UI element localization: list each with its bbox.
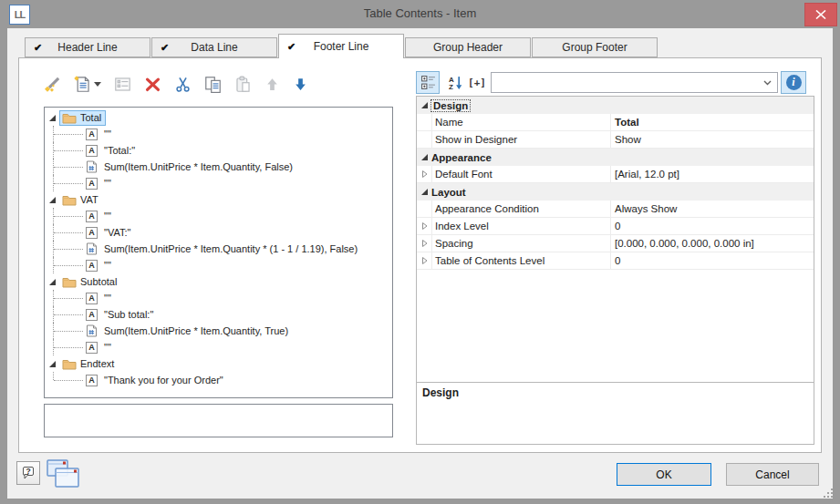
property-row-spacing[interactable]: Spacing[0.000, 0.000, 0.000, 0.000 in] (417, 235, 814, 252)
tree-item-text[interactable]: A"VAT:" (45, 224, 392, 241)
property-row-table-of-contents-level[interactable]: Table of Contents Level0 (417, 252, 814, 270)
tab-data-line[interactable]: ✔Data Line (151, 37, 277, 57)
tree-item-text[interactable]: A"" (45, 126, 392, 142)
tree-group-label: Total (59, 110, 106, 126)
tree-item-label: "Total:" (104, 145, 135, 156)
property-value[interactable]: Always Show (611, 203, 677, 214)
tree-item-text[interactable]: A"" (45, 290, 392, 306)
tree-item-label: "" (104, 129, 111, 139)
tab-header-line[interactable]: ✔Header Line (25, 37, 150, 57)
expandable-row-icon (420, 239, 429, 248)
cascade-windows-icon (45, 455, 81, 493)
tree-item-formula[interactable]: Sum(Item.UnitPrice * Item.Quantity, True… (45, 323, 392, 339)
insert-line-button[interactable] (74, 72, 101, 96)
ok-button[interactable]: OK (617, 463, 711, 486)
property-value[interactable]: Show (611, 134, 641, 145)
info-button[interactable]: i (781, 71, 806, 94)
move-up-button (264, 72, 280, 96)
property-filter-combobox[interactable] (491, 72, 778, 93)
property-name: Appearance Condition (432, 201, 611, 217)
tab-group-footer[interactable]: Group Footer (532, 37, 658, 57)
expandable-row-icon (420, 256, 429, 265)
text-field-icon: A (86, 375, 98, 386)
property-row-show-in-designer[interactable]: Show in DesignerShow (417, 131, 814, 149)
tab-group-header[interactable]: Group Header (405, 37, 531, 57)
tab-label: Group Header (433, 41, 503, 54)
expand-all-button[interactable]: [+] (466, 71, 488, 94)
tree-item-text[interactable]: A"" (45, 339, 392, 355)
move-down-button[interactable] (293, 72, 308, 96)
category-expanded-icon (420, 153, 429, 161)
property-value[interactable]: Total (611, 117, 639, 128)
svg-text:Z: Z (449, 83, 453, 90)
tree-item-formula[interactable]: Sum(Item.UnitPrice * Item.Quantity, Fals… (45, 159, 392, 175)
preview-windows-button[interactable] (45, 455, 81, 497)
text-field-icon: A (86, 260, 98, 272)
close-button[interactable] (804, 3, 837, 26)
folder-icon (62, 112, 77, 124)
sort-alphabetical-button[interactable]: A Z (443, 71, 467, 94)
tree-item-label: "VAT:" (104, 227, 130, 238)
delete-icon (144, 76, 161, 93)
property-value[interactable]: [0.000, 0.000, 0.000, 0.000 in] (611, 238, 754, 249)
text-field-icon: A (86, 227, 98, 239)
tree-item-label: Sum(Item.UnitPrice * Item.Quantity * (1 … (104, 243, 358, 254)
close-icon (815, 10, 826, 19)
property-category-label: Design (431, 100, 470, 111)
tree-group-vat[interactable]: VAT (45, 191, 392, 208)
tree-group-endtext[interactable]: Endtext (45, 355, 392, 372)
chevron-down-icon (763, 80, 772, 86)
tree-item-text[interactable]: A"Thank you for your Order" (45, 372, 392, 388)
help-button[interactable]: ? (16, 461, 40, 485)
tree-item-label: Sum(Item.UnitPrice * Item.Quantity, True… (104, 325, 288, 336)
tree-item-formula[interactable]: Sum(Item.UnitPrice * Item.Quantity * (1 … (45, 241, 392, 257)
property-category-label: Appearance (431, 152, 492, 163)
property-name: Index Level (432, 218, 611, 234)
property-row-index-level[interactable]: Index Level0 (417, 218, 814, 235)
folder-icon (62, 276, 77, 288)
categorized-view-button[interactable] (416, 71, 440, 94)
tree-item-label: "" (104, 178, 111, 189)
copy-icon (204, 76, 222, 93)
category-expanded-icon (420, 101, 429, 109)
edit-button[interactable] (44, 72, 61, 96)
text-field-icon: A (86, 293, 98, 304)
dialog-window: LL Table Contents - Item ✔Header Line✔Da… (0, 0, 840, 504)
formula-field-icon (86, 242, 98, 255)
tree-item-text[interactable]: A"" (45, 175, 392, 191)
info-icon: i (786, 75, 802, 90)
tree-group-label: VAT (59, 192, 103, 208)
tree-group-label: Subtotal (59, 274, 121, 290)
property-row-name[interactable]: NameTotal (417, 114, 814, 131)
expand-all-label: [+] (468, 77, 486, 88)
property-row-default-font[interactable]: Default Font[Arial, 12.0 pt] (417, 166, 814, 183)
property-name: Table of Contents Level (432, 252, 611, 269)
property-value[interactable]: [Arial, 12.0 pt] (611, 169, 679, 180)
tree-item-text[interactable]: A"" (45, 208, 392, 224)
delete-button[interactable] (144, 72, 161, 96)
property-panel: DesignNameTotalShow in DesignerShowAppea… (416, 96, 814, 445)
tree-item-text[interactable]: A"Total:" (45, 142, 392, 159)
expand-arrow-icon (48, 278, 57, 286)
tree-item-text[interactable]: A"Sub total:" (45, 306, 392, 323)
expandable-row-icon (420, 170, 429, 179)
cancel-button[interactable]: Cancel (726, 463, 819, 486)
property-value[interactable]: 0 (611, 221, 620, 231)
property-category-layout[interactable]: Layout (417, 183, 814, 201)
tab-label: Header Line (57, 41, 117, 54)
property-category-appearance[interactable]: Appearance (417, 149, 814, 166)
tab-footer-line[interactable]: ✔Footer Line (278, 34, 404, 58)
property-value[interactable]: 0 (611, 255, 620, 266)
resize-grip[interactable] (822, 486, 834, 502)
property-row-appearance-condition[interactable]: Appearance ConditionAlways Show (417, 201, 814, 218)
tree-group-total[interactable]: Total (45, 109, 392, 126)
tree-item-label: Sum(Item.UnitPrice * Item.Quantity, Fals… (104, 161, 293, 172)
copy-button[interactable] (204, 72, 222, 96)
property-category-label: Layout (431, 187, 466, 198)
cut-button[interactable] (174, 72, 192, 96)
tab-label: Data Line (191, 41, 237, 54)
tree-group-subtotal[interactable]: Subtotal (45, 273, 392, 290)
property-category-design[interactable]: Design (417, 97, 814, 114)
arrow-up-icon (264, 77, 280, 92)
tree-item-text[interactable]: A"" (45, 257, 392, 273)
